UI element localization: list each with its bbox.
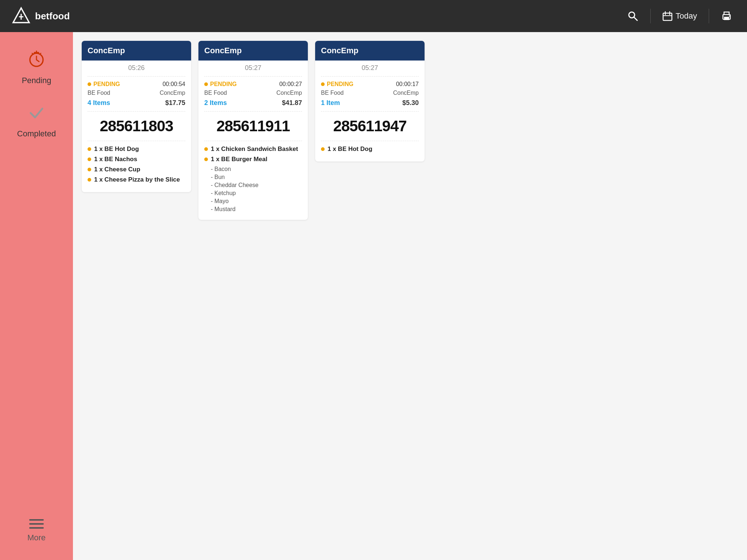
card-divider-3: [88, 141, 185, 141]
card-items-row: 4 Items $17.75: [82, 98, 191, 110]
item-modifier: - Mustard: [204, 206, 302, 213]
item-name: 1 x Cheese Pizza by the Slice: [94, 176, 180, 183]
svg-rect-5: [663, 13, 672, 20]
item-dot: [88, 168, 91, 171]
pending-label: Pending: [22, 76, 51, 85]
item-modifier: - Cheddar Cheese: [204, 182, 302, 188]
today-button[interactable]: Today: [659, 8, 700, 24]
app-name: betfood: [35, 11, 70, 22]
card-source: BE Food: [321, 90, 344, 96]
svg-line-4: [634, 17, 637, 20]
divider-1: [650, 9, 651, 23]
completed-label: Completed: [17, 129, 56, 139]
sidebar-item-completed[interactable]: Completed: [0, 94, 73, 147]
order-item: 1 x Cheese Cup: [88, 166, 185, 173]
card-status-row: PENDING 00:00:17: [315, 79, 425, 89]
completed-icon: [27, 103, 46, 125]
item-dot: [321, 147, 325, 151]
calendar-icon: [662, 11, 673, 21]
card-info-row: BE Food ConcEmp: [82, 89, 191, 98]
header-actions: Today: [624, 7, 735, 25]
logo-area: betfood: [12, 7, 624, 26]
order-item: 1 x Cheese Pizza by the Slice: [88, 176, 185, 183]
item-modifier: - Ketchup: [204, 190, 302, 197]
status-dot: [204, 82, 208, 86]
svg-rect-10: [724, 17, 729, 20]
printer-icon: [721, 10, 732, 22]
item-name: 1 x BE Burger Meal: [211, 156, 267, 163]
order-item: 1 x BE Hot Dog: [321, 145, 419, 153]
items-count: 4 Items: [88, 99, 110, 107]
card-divider-3: [321, 141, 419, 141]
order-card-3[interactable]: ConcEmp 05:27 PENDING 00:00:17 BE Food C…: [315, 41, 425, 162]
order-item: 1 x BE Nachos: [88, 156, 185, 163]
card-divider-1: [321, 76, 419, 77]
item-dot: [88, 178, 91, 182]
sidebar-item-more[interactable]: More: [0, 510, 73, 551]
order-number: 285611911: [198, 113, 308, 139]
order-number: 285611947: [315, 113, 425, 139]
status-dot: [321, 82, 325, 86]
card-divider-3: [204, 141, 302, 141]
status-timer: 00:00:17: [396, 81, 419, 88]
item-name: 1 x Chicken Sandwich Basket: [211, 145, 298, 153]
divider-2: [709, 9, 709, 23]
status-dot: [88, 82, 91, 86]
item-modifier: - Bun: [204, 174, 302, 180]
app-header: betfood Today: [0, 0, 747, 32]
printer-button[interactable]: [718, 7, 735, 25]
status-timer: 00:00:27: [279, 81, 302, 88]
card-divider-2: [88, 111, 185, 112]
item-name: 1 x BE Nachos: [94, 156, 137, 163]
items-total: $41.87: [282, 99, 302, 107]
card-divider-2: [204, 111, 302, 112]
items-count: 2 Items: [204, 99, 227, 107]
main-container: Pending Completed More ConcEmp 05:26: [0, 32, 747, 560]
item-dot: [88, 147, 91, 151]
order-number: 285611803: [82, 113, 191, 139]
svg-point-11: [729, 16, 730, 17]
card-items-list: 1 x BE Hot Dog: [315, 143, 425, 162]
order-item: 1 x BE Burger Meal: [204, 156, 302, 163]
card-source: BE Food: [88, 90, 110, 96]
card-divider-2: [321, 111, 419, 112]
items-count: 1 Item: [321, 99, 340, 107]
card-vendor: ConcEmp: [82, 41, 191, 61]
order-card-1[interactable]: ConcEmp 05:26 PENDING 00:00:54 BE Food C…: [82, 41, 191, 192]
card-items-list: 1 x BE Hot Dog 1 x BE Nachos 1 x Cheese …: [82, 143, 191, 192]
status-timer: 00:00:54: [163, 81, 185, 88]
item-name: 1 x BE Hot Dog: [328, 145, 372, 153]
item-dot: [88, 158, 91, 161]
card-time: 05:27: [198, 61, 308, 73]
status-pending: PENDING: [204, 81, 237, 88]
order-item: 1 x Chicken Sandwich Basket: [204, 145, 302, 153]
status-pending: PENDING: [88, 81, 120, 88]
status-pending: PENDING: [321, 81, 353, 88]
card-status-row: PENDING 00:00:27: [198, 79, 308, 89]
search-icon: [627, 10, 639, 22]
order-card-2[interactable]: ConcEmp 05:27 PENDING 00:00:27 BE Food C…: [198, 41, 308, 220]
orders-content: ConcEmp 05:26 PENDING 00:00:54 BE Food C…: [73, 32, 747, 560]
card-items-row: 2 Items $41.87: [198, 98, 308, 110]
items-total: $5.30: [402, 99, 419, 107]
item-modifier: - Bacon: [204, 166, 302, 172]
card-vendor: ConcEmp: [315, 41, 425, 61]
card-vendor: ConcEmp: [198, 41, 308, 61]
card-time: 05:26: [82, 61, 191, 73]
card-employee: ConcEmp: [160, 90, 185, 96]
sidebar-item-pending[interactable]: Pending: [0, 41, 73, 94]
app-logo-icon: [12, 7, 31, 26]
card-status-row: PENDING 00:00:54: [82, 79, 191, 89]
card-employee: ConcEmp: [276, 90, 302, 96]
card-source: BE Food: [204, 90, 227, 96]
item-name: 1 x Cheese Cup: [94, 166, 140, 173]
search-button[interactable]: [624, 7, 642, 25]
pending-icon: [27, 50, 46, 71]
card-items-row: 1 Item $5.30: [315, 98, 425, 110]
card-info-row: BE Food ConcEmp: [315, 89, 425, 98]
card-time: 05:27: [315, 61, 425, 73]
items-total: $17.75: [165, 99, 185, 107]
more-label: More: [27, 533, 46, 542]
card-info-row: BE Food ConcEmp: [198, 89, 308, 98]
item-dot: [204, 147, 208, 151]
